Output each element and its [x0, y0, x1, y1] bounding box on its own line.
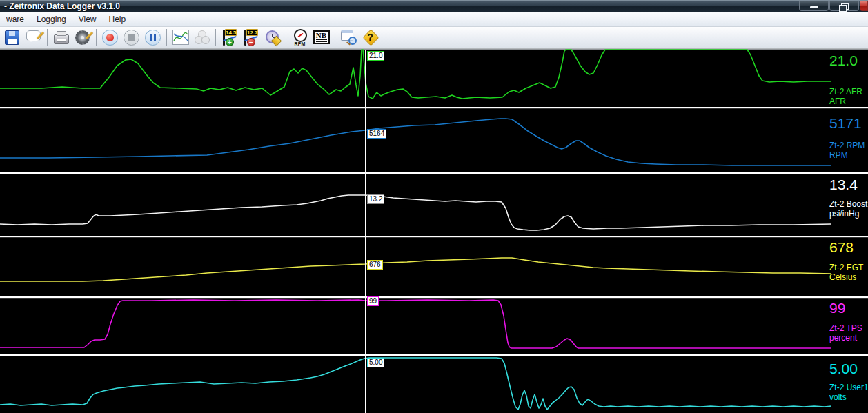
channel-value-afr: 21.0 — [829, 52, 858, 69]
rpm-gauge-icon[interactable]: RPM — [290, 28, 309, 47]
menu-bar: wareLoggingViewHelp — [0, 12, 868, 27]
menu-item-help[interactable]: Help — [103, 12, 132, 27]
menu-item-ware[interactable]: ware — [0, 12, 30, 27]
channel-divider — [0, 354, 868, 356]
minimize-icon — [810, 6, 818, 8]
help-icon[interactable]: ? — [361, 28, 379, 47]
afr-high-setpoint-icon[interactable]: 14.5+ — [220, 28, 239, 47]
trace-celsius — [0, 258, 831, 281]
minimize-button[interactable] — [799, 1, 829, 11]
cursor-value-rpm: 5164 — [367, 129, 386, 139]
trace-percent — [0, 300, 831, 348]
zeitronix-data-logger-window: - Zeitronix Data Logger v3.1.0 wareLoggi… — [0, 0, 868, 413]
channel-value-psi-inhg: 13.4 — [829, 177, 858, 193]
pause-icon[interactable] — [144, 28, 162, 47]
stop-icon[interactable] — [122, 28, 141, 47]
channel-value-volts: 5.00 — [829, 361, 858, 377]
toolbar-separator — [166, 29, 167, 46]
gauges-view-icon[interactable] — [193, 28, 211, 47]
toolbar-separator — [96, 29, 97, 46]
close-button[interactable] — [860, 1, 868, 11]
afr-low-setpoint-icon[interactable]: 12.7− — [241, 28, 260, 47]
channel-value-rpm: 5171 — [829, 115, 862, 132]
channel-value-celsius: 678 — [829, 239, 854, 256]
toolbar-separator — [286, 29, 286, 46]
channel-divider — [0, 107, 868, 108]
graph-view-icon[interactable] — [171, 28, 190, 47]
menu-item-logging[interactable]: Logging — [30, 12, 72, 27]
narrowband-icon[interactable]: NB — [312, 28, 331, 47]
cursor-value-celsius: 676 — [367, 260, 383, 270]
settings-gear-icon[interactable] — [73, 28, 92, 47]
cursor-value-volts: 5.00 — [367, 358, 384, 367]
trace-rpm — [0, 119, 831, 165]
alarm-clock-icon[interactable] — [263, 28, 282, 47]
cursor-value-percent: 99 — [367, 296, 379, 306]
channel-name-celsius: Zt-2 EGT Celsius — [829, 263, 863, 282]
channel-name-percent: Zt-2 TPS percent — [829, 323, 862, 343]
cursor-value-psi-inhg: 13.2 — [367, 194, 384, 204]
toolbar-separator — [215, 29, 216, 46]
cursor-value-afr: 21.0 — [367, 51, 384, 61]
channel-divider — [0, 236, 868, 237]
record-icon[interactable] — [101, 28, 119, 47]
save-icon[interactable] — [3, 28, 21, 47]
title-bar[interactable]: - Zeitronix Data Logger v3.1.0 — [0, 0, 868, 12]
trace-afr — [0, 50, 831, 99]
cursor-line[interactable] — [365, 50, 366, 413]
channel-value-percent: 99 — [829, 300, 845, 316]
toolbar: 14.5+12.7−RPMNB? — [0, 27, 868, 48]
channel-divider — [0, 172, 868, 174]
toolbar-separator — [335, 29, 335, 46]
menu-item-view[interactable]: View — [72, 12, 103, 27]
trace-psi-inhg — [0, 195, 831, 230]
channel-name-volts: Zt-2 User1 volts — [829, 383, 868, 402]
note-edit-icon[interactable] — [24, 28, 43, 47]
trace-volts — [0, 358, 831, 410]
maximize-button[interactable] — [829, 1, 859, 11]
search-window-icon[interactable] — [339, 28, 358, 47]
print-icon[interactable] — [52, 28, 70, 47]
channel-name-rpm: Zt-2 RPM RPM — [829, 141, 865, 160]
toolbar-separator — [47, 29, 48, 46]
channel-divider — [0, 296, 868, 298]
trace-plot[interactable] — [0, 48, 868, 413]
channel-name-psi-inhg: Zt-2 Boost psi/inHg — [829, 199, 867, 219]
chart-area[interactable]: 21.021.0Zt-2 AFR AFR51645171Zt-2 RPM RPM… — [0, 48, 868, 413]
channel-name-afr: Zt-2 AFR AFR — [829, 87, 862, 106]
window-title: - Zeitronix Data Logger v3.1.0 — [4, 1, 120, 11]
